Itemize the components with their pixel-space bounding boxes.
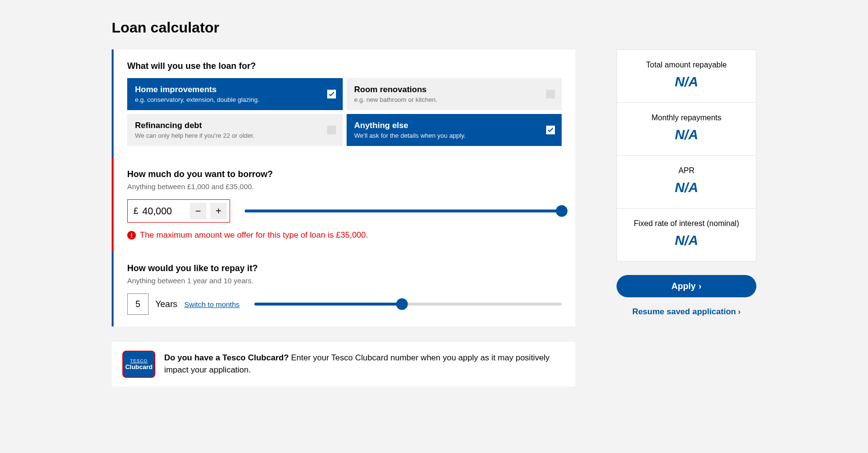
purpose-option-title: Anything else (354, 121, 540, 130)
summary-value: N/A (626, 233, 747, 248)
resume-application-link[interactable]: Resume saved application › (617, 307, 756, 317)
purpose-option-refinancing-debt[interactable]: Refinancing debt We can only help here i… (127, 114, 343, 146)
amount-error-text: The maximum amount we offer for this typ… (140, 230, 368, 240)
plus-icon: + (216, 206, 221, 217)
page-title: Loan calculator (112, 19, 756, 36)
amount-input-wrap: £ − + (127, 199, 230, 223)
purpose-option-sub: e.g. conservatory, extension, double gla… (135, 96, 320, 103)
summary-row-total: Total amount repayable N/A (617, 50, 756, 103)
summary-value: N/A (626, 74, 747, 90)
checkbox-icon (546, 126, 555, 134)
amount-sub: Anything between £1,000 and £35,000. (127, 182, 562, 191)
summary-value: N/A (626, 127, 747, 143)
chevron-right-icon: › (699, 281, 701, 291)
summary-row-fixed-rate: Fixed rate of interest (nominal) N/A (617, 209, 756, 261)
switch-to-months-link[interactable]: Switch to months (184, 300, 239, 308)
summary-box: Total amount repayable N/A Monthly repay… (617, 49, 756, 261)
purpose-panel: What will you use the loan for? Home imp… (112, 49, 575, 158)
summary-value: N/A (626, 180, 747, 195)
amount-error: ! The maximum amount we offer for this t… (127, 230, 562, 240)
clubcard-text: Do you have a Tesco Clubcard? Enter your… (164, 352, 565, 376)
resume-link-label: Resume saved application (632, 307, 736, 317)
summary-label: APR (626, 166, 747, 175)
purpose-option-title: Home improvements (135, 85, 320, 95)
term-slider[interactable] (254, 298, 562, 310)
term-sub: Anything between 1 year and 10 years. (127, 276, 562, 285)
clubcard-badge-line2: Clubcard (125, 363, 152, 371)
amount-panel: How much do you want to borrow? Anything… (112, 158, 575, 252)
term-panel: How would you like to repay it? Anything… (112, 252, 575, 326)
purpose-option-sub: e.g. new bathroom or kitchen. (354, 96, 540, 103)
checkbox-icon (327, 126, 336, 134)
summary-label: Total amount repayable (626, 61, 747, 69)
term-heading: How would you like to repay it? (127, 263, 562, 274)
currency-symbol: £ (134, 206, 138, 216)
purpose-option-room-renovations[interactable]: Room renovations e.g. new bathroom or ki… (347, 78, 562, 110)
purpose-option-title: Refinancing debt (135, 121, 320, 130)
purpose-heading: What will you use the loan for? (127, 61, 562, 71)
clubcard-badge-line1: TESCO (130, 358, 148, 363)
amount-slider[interactable] (245, 205, 562, 217)
summary-label: Monthly repayments (626, 113, 747, 122)
amount-input[interactable] (142, 206, 186, 217)
error-icon: ! (127, 231, 136, 240)
chevron-right-icon: › (738, 307, 741, 317)
purpose-option-sub: We can only help here if you're 22 or ol… (135, 132, 320, 139)
summary-row-monthly: Monthly repayments N/A (617, 103, 756, 156)
summary-label: Fixed rate of interest (nominal) (626, 219, 747, 228)
decrement-button[interactable]: − (190, 203, 206, 219)
purpose-option-title: Room renovations (354, 85, 540, 95)
purpose-option-sub: We'll ask for the details when you apply… (354, 132, 540, 139)
purpose-option-anything-else[interactable]: Anything else We'll ask for the details … (347, 114, 562, 146)
purpose-option-home-improvements[interactable]: Home improvements e.g. conservatory, ext… (127, 78, 343, 110)
amount-heading: How much do you want to borrow? (127, 169, 562, 179)
checkbox-icon (546, 90, 555, 98)
apply-button[interactable]: Apply › (617, 275, 756, 297)
term-unit: Years (155, 299, 177, 309)
clubcard-banner: TESCO Clubcard Do you have a Tesco Clubc… (112, 342, 575, 387)
minus-icon: − (195, 206, 201, 217)
increment-button[interactable]: + (210, 203, 227, 219)
checkbox-icon (327, 90, 336, 98)
apply-button-label: Apply (671, 281, 696, 291)
clubcard-bold: Do you have a Tesco Clubcard? (164, 353, 289, 362)
term-input[interactable] (127, 293, 149, 315)
clubcard-badge: TESCO Clubcard (122, 351, 155, 378)
summary-row-apr: APR N/A (617, 156, 756, 209)
